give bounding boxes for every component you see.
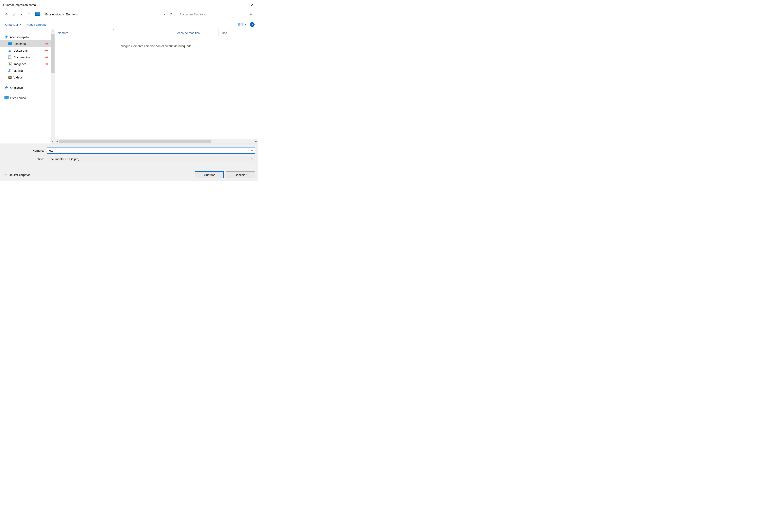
filename-input[interactable] — [47, 147, 249, 153]
hide-folders-toggle[interactable]: Ocultar carpetas — [3, 173, 30, 177]
monitor-icon — [4, 96, 9, 100]
up-button[interactable] — [26, 11, 32, 17]
footer: Ocultar carpetas Guardar Cancelar — [3, 164, 255, 178]
cancel-button[interactable]: Cancelar — [226, 171, 255, 178]
forward-button[interactable] — [11, 11, 17, 17]
window-title: Guardar impresión como — [3, 3, 36, 7]
nav-row: › Este equipo › Escritorio — [0, 9, 258, 20]
svg-rect-17 — [9, 57, 11, 57]
breadcrumb-this-pc[interactable]: Este equipo — [45, 12, 61, 17]
column-name[interactable]: ∧ Nombre — [55, 29, 173, 36]
filename-row: Nombre: — [3, 147, 255, 154]
pin-icon: 📌 — [44, 62, 48, 66]
close-button[interactable] — [248, 2, 257, 8]
tree-label: Descargas — [14, 49, 28, 52]
desktop-icon — [8, 42, 12, 46]
search-icon[interactable] — [249, 13, 253, 16]
filename-dropdown[interactable] — [249, 147, 255, 153]
this-pc-icon — [35, 13, 40, 16]
column-type[interactable]: Tipo — [219, 29, 258, 36]
titlebar: Guardar impresión como — [0, 0, 258, 9]
empty-message: Ningún elemento coincide con el criterio… — [55, 36, 258, 48]
filetype-value: Documento PDF (*.pdf) — [48, 157, 251, 161]
tree-item-imagenes[interactable]: Imágenes 📌 — [0, 61, 51, 67]
chevron-right-icon: › — [61, 13, 65, 16]
recent-dropdown[interactable] — [19, 11, 24, 17]
tree-label: Documentos — [14, 56, 30, 59]
save-button[interactable]: Guardar — [195, 171, 224, 178]
onedrive-icon — [4, 86, 9, 89]
svg-rect-1 — [239, 23, 239, 24]
tree-scrollbar[interactable]: ▲ ▼ — [51, 29, 55, 143]
scroll-thumb[interactable] — [51, 34, 55, 73]
svg-rect-2 — [239, 23, 240, 24]
search-input[interactable] — [179, 13, 249, 16]
svg-point-0 — [250, 13, 252, 15]
column-date[interactable]: Fecha de modifica... — [173, 29, 219, 36]
address-dropdown[interactable] — [162, 11, 167, 18]
refresh-icon — [169, 13, 172, 16]
tree-label: Vídeos — [14, 76, 23, 79]
new-folder-button[interactable]: Nueva carpeta — [26, 23, 46, 26]
caret-down-icon — [20, 24, 21, 25]
svg-rect-25 — [9, 76, 11, 78]
svg-rect-14 — [9, 51, 11, 52]
documents-icon — [8, 55, 12, 59]
chevron-right-icon: › — [41, 13, 45, 16]
scroll-up-icon[interactable]: ▲ — [51, 29, 55, 33]
svg-rect-24 — [11, 76, 12, 79]
svg-rect-5 — [239, 25, 239, 26]
column-type-label: Tipo — [221, 31, 227, 35]
chevron-down-icon — [251, 158, 253, 160]
column-date-label: Fecha de modifica... — [176, 31, 202, 35]
svg-rect-23 — [8, 76, 9, 79]
filetype-row: Tipo: Documento PDF (*.pdf) — [3, 156, 255, 162]
tree-quick-access[interactable]: Acceso rápido — [0, 34, 51, 40]
tree-label: Escritorio — [14, 42, 26, 46]
scroll-down-icon[interactable]: ▼ — [51, 140, 55, 143]
tree-item-videos[interactable]: Vídeos — [0, 74, 51, 81]
chevron-down-icon — [163, 13, 166, 16]
filename-label: Nombre: — [3, 149, 45, 152]
help-button[interactable]: ? — [250, 22, 255, 27]
svg-rect-7 — [241, 23, 241, 24]
close-icon — [251, 3, 254, 6]
star-icon — [4, 35, 8, 39]
tree-item-escritorio[interactable]: Escritorio 📌 — [0, 40, 51, 47]
view-mode-button[interactable] — [238, 23, 246, 26]
chevron-up-icon — [5, 174, 7, 176]
save-label: Guardar — [204, 173, 215, 177]
svg-rect-3 — [239, 24, 239, 25]
bottom-panel: Nombre: Tipo: Documento PDF (*.pdf) — [0, 144, 258, 181]
tree-label: Imágenes — [14, 62, 26, 66]
column-headers: ∧ Nombre Fecha de modifica... Tipo — [55, 29, 258, 36]
svg-rect-6 — [239, 25, 240, 26]
filetype-label: Tipo: — [3, 157, 45, 161]
organize-button[interactable]: Organizar — [5, 23, 21, 26]
filetype-select[interactable]: Documento PDF (*.pdf) — [47, 156, 255, 162]
tree-item-descargas[interactable]: Descargas 📌 — [0, 47, 51, 54]
search-box[interactable] — [177, 11, 255, 18]
scroll-thumb[interactable] — [59, 140, 211, 143]
images-icon — [8, 62, 12, 66]
file-hscrollbar[interactable]: ◀ ▶ — [55, 139, 258, 143]
filename-input-wrap[interactable] — [47, 147, 255, 154]
breadcrumb-desktop[interactable]: Escritorio — [65, 12, 79, 17]
scroll-left-icon[interactable]: ◀ — [55, 139, 59, 143]
svg-rect-8 — [242, 23, 243, 24]
refresh-button[interactable] — [167, 11, 174, 18]
svg-rect-27 — [5, 96, 9, 99]
back-button[interactable] — [4, 11, 10, 17]
svg-rect-12 — [242, 25, 243, 26]
tree-item-musica[interactable]: Música — [0, 67, 51, 74]
address-bar[interactable]: › Este equipo › Escritorio — [34, 11, 174, 18]
arrow-right-icon — [12, 12, 16, 16]
scroll-right-icon[interactable]: ▶ — [254, 139, 258, 143]
caret-down-icon — [244, 24, 246, 25]
main-area: Acceso rápido Escritorio 📌 Descargas 📌 — [0, 29, 258, 144]
resize-grip-icon[interactable]: .:: — [255, 179, 257, 180]
tree-this-pc[interactable]: Este equipo — [0, 95, 51, 101]
tree-onedrive[interactable]: OneDrive — [0, 84, 51, 91]
tree-item-documentos[interactable]: Documentos 📌 — [0, 54, 51, 61]
column-name-label: Nombre — [58, 31, 68, 35]
